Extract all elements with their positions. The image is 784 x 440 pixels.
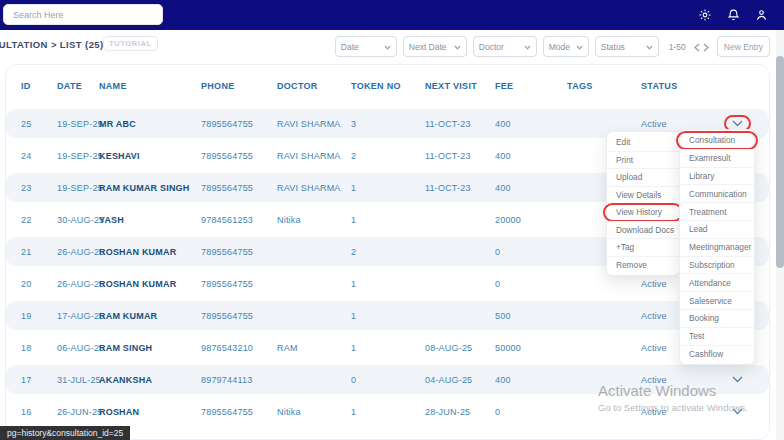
row-expand-chevron[interactable]	[732, 120, 743, 127]
notification-bell-icon[interactable]	[727, 8, 740, 22]
cell-name[interactable]: RAM KUMAR	[99, 311, 201, 321]
cell-fee: 500	[495, 311, 567, 321]
column-header: NAME	[99, 81, 201, 91]
cell-token-no: 3	[351, 119, 425, 129]
cell-name[interactable]: ROSHAN	[99, 407, 201, 417]
menu-item[interactable]: Booking	[680, 309, 754, 327]
column-header: ID	[21, 81, 57, 91]
table-row[interactable]: 19 17-AUG-25 RAM KUMAR 7895564755 1 500 …	[6, 301, 769, 330]
cell-phone: 7895564755	[201, 119, 277, 129]
filter-bar-selects: Date Next Date Doctor Mode Status	[335, 36, 659, 57]
status-label: Active	[641, 375, 717, 385]
cell-fee: 0	[495, 247, 567, 257]
cell-token-no: 1	[351, 279, 425, 289]
cell-phone: 7895564755	[201, 279, 277, 289]
row-expand-chevron[interactable]	[732, 376, 743, 383]
menu-item[interactable]: Saleservice	[680, 291, 754, 309]
search-input[interactable]	[3, 4, 163, 25]
column-header: FEE	[495, 81, 567, 91]
cell-doctor: Nitika	[277, 215, 351, 225]
cell-token-no: 1	[351, 311, 425, 321]
cell-name[interactable]: ROSHAN KUMAR	[99, 279, 201, 289]
cell-id: 25	[21, 119, 57, 129]
cell-token-no: 1	[351, 183, 425, 193]
cell-phone: 7895564755	[201, 247, 277, 257]
menu-item[interactable]: Download Docs	[607, 221, 679, 239]
cell-next-visit: 11-OCT-23	[425, 119, 495, 129]
cell-name[interactable]: ROSHAN KUMAR	[99, 247, 201, 257]
filter-select-label: Mode	[549, 42, 570, 52]
cell-fee: 20000	[495, 215, 567, 225]
column-header: NEXT VISIT	[425, 81, 495, 91]
table-row[interactable]: 17 31-JUL-25 AKANKSHA 8979744113 0 04-AU…	[6, 365, 769, 394]
row-expand-chevron[interactable]	[732, 408, 743, 415]
cell-fee: 0	[495, 407, 567, 417]
cell-id: 22	[21, 215, 57, 225]
table-row[interactable]: 18 06-AUG-25 RAM SINGH 9876543210 RAM 1 …	[6, 333, 769, 362]
menu-item[interactable]: Consultation	[680, 132, 754, 149]
topbar-icons	[698, 8, 768, 22]
filter-select[interactable]: Mode	[543, 36, 589, 57]
menu-item[interactable]: Library	[680, 167, 754, 185]
cell-date: 31-JUL-25	[57, 375, 99, 385]
menu-item[interactable]: Cashflow	[680, 345, 754, 363]
table-row[interactable]: 16 26-JUN-25 ROSHAN 7895564755 Nitika 1 …	[6, 397, 769, 426]
vertical-scrollbar[interactable]	[776, 30, 784, 440]
cell-name[interactable]: MR ABC	[99, 119, 201, 129]
cell-phone: 9784561253	[201, 215, 277, 225]
menu-item[interactable]: Print	[607, 151, 679, 169]
cell-id: 18	[21, 343, 57, 353]
filter-select[interactable]: Date	[335, 36, 397, 57]
user-profile-icon[interactable]	[755, 8, 768, 22]
menu-item[interactable]: Subscription	[680, 256, 754, 274]
filter-select-label: Next Date	[409, 42, 447, 52]
cell-doctor: RAVI SHARMA	[277, 151, 351, 161]
cell-doctor: RAVI SHARMA	[277, 183, 351, 193]
menu-item[interactable]: Upload	[607, 168, 679, 186]
chevron-down-icon	[384, 42, 391, 52]
filter-select-label: Date	[341, 42, 359, 52]
cell-token-no: 2	[351, 247, 425, 257]
cell-next-visit: 28-JUN-25	[425, 407, 495, 417]
cell-phone: 7895564755	[201, 151, 277, 161]
menu-item[interactable]: Test	[680, 327, 754, 345]
link-preview-statusbar: pg=history&consultation_id=25	[0, 426, 130, 440]
menu-item[interactable]: Examresult	[680, 149, 754, 167]
menu-item[interactable]: Communication	[680, 184, 754, 202]
new-entry-button[interactable]: New Entry	[717, 36, 770, 57]
menu-item[interactable]: Attendance	[680, 273, 754, 291]
cell-date: 19-SEP-25	[57, 151, 99, 161]
menu-item[interactable]: Edit	[607, 134, 679, 151]
cell-token-no: 0	[351, 375, 425, 385]
next-page-icon[interactable]	[703, 38, 709, 56]
filter-select[interactable]: Doctor	[473, 36, 537, 57]
menu-item[interactable]: Lead	[680, 220, 754, 238]
menu-item[interactable]: Meetingmanager	[680, 238, 754, 256]
cell-doctor: RAM	[277, 343, 351, 353]
cell-name[interactable]: RAM KUMAR SINGH	[99, 183, 201, 193]
filter-select[interactable]: Status	[595, 36, 659, 57]
menu-item[interactable]: View Details	[607, 186, 679, 204]
cell-token-no: 1	[351, 343, 425, 353]
cell-next-visit: 11-OCT-23	[425, 151, 495, 161]
menu-item[interactable]: Remove	[607, 256, 679, 274]
menu-item[interactable]: View History	[607, 203, 679, 221]
gear-icon[interactable]	[698, 8, 712, 22]
cell-id: 16	[21, 407, 57, 417]
cell-date: 19-SEP-25	[57, 183, 99, 193]
scrollbar-thumb[interactable]	[776, 56, 784, 268]
table-header-row: IDDATENAMEPHONEDOCTORTOKEN NONEXT VISITF…	[6, 81, 769, 91]
cell-name[interactable]: YASH	[99, 215, 201, 225]
cell-date: 26-AUG-25	[57, 279, 99, 289]
column-header: TOKEN NO	[351, 81, 425, 91]
cell-name[interactable]: KESHAVI	[99, 151, 201, 161]
prev-page-icon[interactable]	[694, 38, 700, 56]
tutorial-badge[interactable]: TUTORIAL	[103, 36, 158, 51]
cell-name[interactable]: RAM SINGH	[99, 343, 201, 353]
menu-item[interactable]: Treatment	[680, 202, 754, 220]
menu-item[interactable]: +Tag	[607, 238, 679, 256]
cell-id: 21	[21, 247, 57, 257]
cell-name[interactable]: AKANKSHA	[99, 375, 201, 385]
filter-select[interactable]: Next Date	[403, 36, 467, 57]
cell-fee: 400	[495, 183, 567, 193]
